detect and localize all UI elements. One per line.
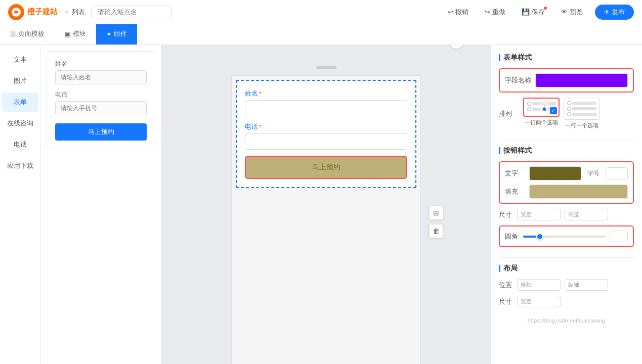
save-label: 保存 bbox=[532, 8, 545, 17]
component-panel: 姓名 电话 马上预约 bbox=[40, 45, 162, 364]
undo-label: 撤销 bbox=[455, 8, 468, 17]
module-icon: ▣ bbox=[65, 30, 71, 38]
nav-arrow: ＜ bbox=[64, 8, 70, 16]
preview-label: 预览 bbox=[570, 8, 583, 17]
nav-text[interactable]: 文本 bbox=[2, 50, 38, 69]
btn-fill-color-picker[interactable] bbox=[529, 185, 628, 199]
preview-phone-input[interactable] bbox=[55, 101, 147, 115]
undo-button[interactable]: ↩ 撤销 bbox=[444, 6, 473, 19]
preview-phone-label: 电话 bbox=[55, 90, 147, 99]
btn-text-style-box: 文字 字号 14 填充 bbox=[499, 161, 634, 204]
btn-style-title: 按钮样式 bbox=[499, 146, 634, 155]
left-nav: 文本 图片 表单 在线咨询 电话 应用下载 bbox=[0, 45, 40, 180]
layout-x-input[interactable]: 0 bbox=[533, 281, 557, 289]
tab-page-template[interactable]: ☰ 页面模板 bbox=[0, 24, 55, 44]
layout-position-row: 位置 横轴 0 纵轴 0 bbox=[499, 279, 634, 291]
left-panel: 文本 图片 表单 在线咨询 电话 应用下载 bbox=[0, 45, 40, 364]
tab-component-label: 组件 bbox=[114, 29, 127, 38]
btn-width-input[interactable]: 100% bbox=[533, 211, 557, 218]
redo-label: 重做 bbox=[492, 8, 505, 17]
form-phone-input[interactable] bbox=[245, 133, 407, 150]
redo-button[interactable]: ↪ 重做 bbox=[481, 6, 509, 19]
nav-bar: ☰ 页面模板 ▣ 模块 ✦ 组件 bbox=[0, 24, 642, 45]
preview-submit-button[interactable]: 马上预约 bbox=[55, 123, 147, 141]
nav-image[interactable]: 图片 bbox=[2, 71, 38, 90]
nav-list[interactable]: 列表 bbox=[72, 8, 85, 17]
canvas-area: + 姓名 * 电话 bbox=[162, 45, 490, 364]
phone-required-mark: * bbox=[259, 123, 262, 131]
breadcrumb: ＜ 列表 bbox=[64, 8, 85, 17]
layout-y-label: 纵轴 bbox=[568, 281, 579, 289]
btn-size-label: 尺寸 bbox=[499, 210, 513, 219]
site-name-input[interactable] bbox=[91, 6, 172, 18]
arr-option1-label: 一行两个选项 bbox=[525, 119, 558, 126]
preview-button[interactable]: 👁 预览 bbox=[557, 6, 587, 19]
btn-text-label: 文字 bbox=[505, 169, 525, 178]
arrangement-option-two[interactable]: ✓ bbox=[523, 98, 560, 117]
preview-name-field: 姓名 bbox=[55, 60, 147, 84]
radius-value-input[interactable]: 6 bbox=[610, 231, 628, 242]
save-icon: 💾 bbox=[522, 8, 530, 16]
layout-width-wrap: 宽度 373 bbox=[517, 296, 561, 307]
layout-section: 布局 位置 横轴 0 纵轴 0 尺寸 宽度 373 bbox=[499, 264, 634, 307]
layout-pos-label: 位置 bbox=[499, 281, 513, 290]
form-name-input[interactable] bbox=[245, 100, 407, 116]
divider-2 bbox=[499, 257, 634, 258]
arrangement-label: 排列 bbox=[499, 109, 519, 118]
tab-page-label: 页面模板 bbox=[18, 29, 45, 38]
add-section-top-button[interactable]: + bbox=[449, 45, 463, 49]
form-style-title: 表单样式 bbox=[499, 53, 634, 62]
btn-text-color-picker[interactable] bbox=[529, 166, 581, 180]
canvas-wrapper: + 姓名 * 电话 bbox=[231, 75, 421, 364]
nav-phone[interactable]: 电话 bbox=[2, 135, 38, 154]
tab-component[interactable]: ✦ 组件 bbox=[96, 24, 137, 44]
topbar-actions: ↩ 撤销 ↪ 重做 💾 保存 👁 预览 ✈ 发布 bbox=[444, 5, 634, 20]
undo-icon: ↩ bbox=[448, 8, 453, 16]
layout-y-wrap: 纵轴 0 bbox=[565, 279, 608, 291]
component-preview-card: 姓名 电话 马上预约 bbox=[47, 51, 155, 149]
arrangement-options: ✓ 一行两个选项 bbox=[523, 98, 600, 129]
nav-download[interactable]: 应用下载 bbox=[2, 156, 38, 175]
btn-style-section: 按钮样式 文字 字号 14 填充 尺寸 宽度 100% bbox=[499, 146, 634, 247]
field-name-label: 字段名称 bbox=[505, 76, 531, 85]
canvas-copy-button[interactable]: ⊞ bbox=[429, 206, 443, 220]
drag-handle-top bbox=[316, 66, 336, 69]
btn-width-wrap: 宽度 100% bbox=[517, 209, 561, 220]
logo: 橙子建站 bbox=[8, 4, 58, 20]
canvas-delete-button[interactable]: 🗑 bbox=[429, 224, 443, 238]
preview-name-input[interactable] bbox=[55, 70, 147, 84]
btn-width-inner-label: 宽度 bbox=[521, 211, 532, 218]
nav-form[interactable]: 表单 bbox=[2, 93, 38, 112]
tab-module[interactable]: ▣ 模块 bbox=[55, 24, 96, 44]
form-submit-button[interactable]: 马上预约 bbox=[245, 156, 407, 179]
layout-x-wrap: 横轴 0 bbox=[517, 279, 561, 291]
form-phone-label: 电话 * bbox=[245, 122, 407, 131]
arrangement-row: 排列 bbox=[499, 98, 634, 129]
layout-width-input[interactable]: 373 bbox=[533, 298, 557, 305]
layout-title: 布局 bbox=[499, 264, 634, 273]
canvas-frame: 姓名 * 电话 * 马上预约 bbox=[231, 75, 421, 364]
publish-label: 发布 bbox=[612, 8, 625, 17]
font-size-input[interactable]: 14 bbox=[606, 167, 628, 180]
component-icon: ✦ bbox=[106, 30, 112, 38]
btn-height-input[interactable]: 42px bbox=[580, 211, 605, 218]
layout-y-input[interactable]: 0 bbox=[580, 281, 605, 289]
canvas-side-controls: ⊞ 🗑 bbox=[429, 206, 443, 238]
form-phone-field: 电话 * bbox=[245, 122, 407, 150]
field-name-color-picker[interactable] bbox=[535, 73, 628, 87]
form-component[interactable]: 姓名 * 电话 * 马上预约 bbox=[236, 80, 416, 188]
main-layout: 文本 图片 表单 在线咨询 电话 应用下载 姓名 电话 马上预约 + bbox=[0, 45, 642, 364]
radius-label: 圆角 bbox=[505, 232, 519, 241]
logo-text: 橙子建站 bbox=[27, 7, 58, 17]
arrangement-option-one[interactable] bbox=[564, 98, 600, 120]
save-button[interactable]: 💾 保存 bbox=[518, 6, 549, 19]
radius-slider-thumb[interactable] bbox=[536, 233, 543, 240]
publish-button[interactable]: ✈ 发布 bbox=[595, 5, 634, 20]
topbar: 橙子建站 ＜ 列表 ↩ 撤销 ↪ 重做 💾 保存 👁 预览 ✈ 发布 bbox=[0, 0, 642, 24]
nav-consult[interactable]: 在线咨询 bbox=[2, 114, 38, 133]
redo-icon: ↪ bbox=[485, 8, 490, 16]
layout-x-label: 横轴 bbox=[521, 281, 532, 289]
preview-name-label: 姓名 bbox=[55, 60, 147, 68]
page-icon: ☰ bbox=[10, 30, 16, 38]
form-style-section: 表单样式 字段名称 排列 bbox=[499, 53, 634, 129]
